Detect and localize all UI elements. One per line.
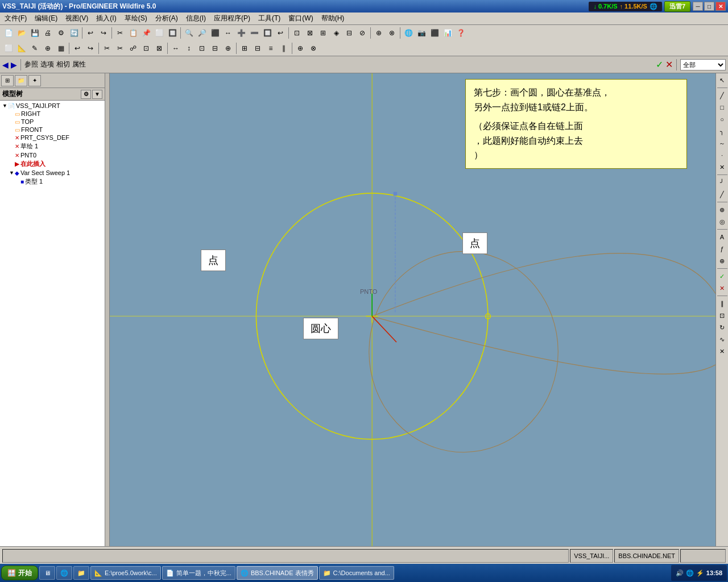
sk-dim5[interactable]: ⊕ <box>222 42 234 55</box>
display-combo[interactable]: 全部 <box>680 59 726 70</box>
tb-globe[interactable]: 🌐 <box>402 27 415 39</box>
sk-btn5[interactable]: ▦ <box>55 42 67 55</box>
cancel-sketch-button[interactable]: ✕ <box>665 59 673 70</box>
menu-file[interactable]: 文件(F) <box>1 13 30 24</box>
tree-settings-button[interactable]: ⚙ <box>81 90 91 99</box>
sk-btn17[interactable]: ⊕ <box>294 42 307 55</box>
maximize-button[interactable]: □ <box>704 2 714 11</box>
rt-select[interactable]: ↖ <box>717 74 728 86</box>
taskbar-app-proe[interactable]: 📐 E:\proe5.0work\c... <box>90 566 161 580</box>
taskbar-app-doc[interactable]: 📄 简单一题，中秋完... <box>162 566 235 580</box>
tray-icon2[interactable]: 🌐 <box>686 569 694 577</box>
rt-param[interactable]: ƒ <box>717 243 728 255</box>
tb-zoom-out[interactable]: ➖ <box>248 27 260 39</box>
rt-fillet[interactable]: ╯ <box>717 177 728 188</box>
tb-print[interactable]: 🖨 <box>42 27 54 39</box>
tb-btn22[interactable]: ⊘ <box>356 27 369 39</box>
tb-btn25[interactable]: ⬛ <box>428 27 441 39</box>
sk-btn11[interactable]: ⊡ <box>140 42 152 55</box>
sk-btn16[interactable]: ∥ <box>278 42 290 55</box>
rt-arc[interactable]: ╮ <box>717 126 728 137</box>
menu-edit[interactable]: 编辑(E) <box>31 13 61 24</box>
sk-btn9[interactable]: ✂ <box>114 42 126 55</box>
rt-line[interactable]: ╱ <box>717 90 728 101</box>
panel-tab-folder[interactable]: 📁 <box>15 75 27 86</box>
tree-item-sweep[interactable]: ▼ ◆ Var Sect Sweep 1 <box>1 169 104 177</box>
close-button[interactable]: ✕ <box>715 2 726 11</box>
tree-item-top[interactable]: ▭ TOP <box>1 118 104 126</box>
tree-item-sketch1[interactable]: ✕ 草绘 1 <box>1 142 104 151</box>
menu-app[interactable]: 应用程序(P) <box>210 13 254 24</box>
tb-btn24[interactable]: ⊗ <box>386 27 398 39</box>
sk-dim3[interactable]: ⊡ <box>196 42 208 55</box>
tb-btn17[interactable]: ⊡ <box>291 27 303 39</box>
tray-icon3[interactable]: ⚡ <box>696 569 704 577</box>
tb-camera[interactable]: 📷 <box>415 27 428 39</box>
sk-btn10[interactable]: ☍ <box>127 42 139 55</box>
tree-item-insert[interactable]: ▶ 在此插入 <box>1 159 104 169</box>
rt-rotate[interactable]: ↻ <box>717 322 728 333</box>
sk-btn18[interactable]: ⊗ <box>307 42 320 55</box>
tree-item-front[interactable]: ▭ FRONT <box>1 126 104 134</box>
menu-insert[interactable]: 插入(I) <box>93 13 119 24</box>
sk-btn3[interactable]: ✎ <box>28 42 41 55</box>
tb-btn16[interactable]: ↩ <box>274 27 287 39</box>
menu-sketch[interactable]: 草绘(S) <box>121 13 151 24</box>
tb-btn12[interactable]: 🔎 <box>196 27 208 39</box>
menu-help[interactable]: 帮助(H) <box>318 13 348 24</box>
rt-text[interactable]: A <box>717 231 728 243</box>
right-arrow-btn[interactable]: ▶ <box>11 60 17 69</box>
tray-icon1[interactable]: 🔊 <box>676 569 684 577</box>
rt-project[interactable]: ◎ <box>717 216 728 227</box>
rt-point[interactable]: · <box>717 149 728 161</box>
sk-btn2[interactable]: 📐 <box>15 42 28 55</box>
rt-cancel[interactable]: ✕ <box>717 282 728 294</box>
tree-item-right[interactable]: ▭ RIGHT <box>1 110 104 118</box>
rt-chamfer[interactable]: ╱ <box>717 189 728 200</box>
rt-rect[interactable]: □ <box>717 102 728 113</box>
tb-zoom-in[interactable]: ➕ <box>235 27 247 39</box>
sk-btn4[interactable]: ⊕ <box>42 42 54 55</box>
taskbar-ie[interactable]: 🌐 <box>56 566 72 580</box>
taskbar-show-desktop[interactable]: 🖥 <box>39 566 55 580</box>
tb-btn23[interactable]: ⊕ <box>373 27 385 39</box>
panel-tab-grid[interactable]: ⊞ <box>1 75 14 86</box>
tb-btn10[interactable]: 🔲 <box>166 27 179 39</box>
menu-window[interactable]: 窗口(W) <box>285 13 316 24</box>
sk-btn7[interactable]: ↪ <box>84 42 97 55</box>
tree-item-pnt0[interactable]: ✕ PNT0 <box>1 151 104 159</box>
minimize-button[interactable]: ─ <box>693 2 703 11</box>
tb-btn26[interactable]: 📊 <box>441 27 454 39</box>
left-resize-bar[interactable] <box>105 73 110 546</box>
rt-del[interactable]: ✕ <box>717 346 728 357</box>
tree-item-type[interactable]: ■ 类型 1 <box>1 177 104 186</box>
sk-btn13[interactable]: ⊞ <box>238 42 251 55</box>
menu-analysis[interactable]: 分析(A) <box>152 13 181 24</box>
panel-tab-star[interactable]: ✦ <box>28 75 41 86</box>
tb-btn5[interactable]: 🔄 <box>68 27 80 39</box>
tb-btn11[interactable]: 🔍 <box>183 27 195 39</box>
tb-redo[interactable]: ↪ <box>97 27 110 39</box>
rt-mirror[interactable]: ∥ <box>717 298 728 309</box>
rt-offset[interactable]: ⊕ <box>717 204 728 215</box>
sk-dim4[interactable]: ⊟ <box>209 42 221 55</box>
menu-view[interactable]: 视图(V) <box>62 13 92 24</box>
sk-btn6[interactable]: ↩ <box>71 42 84 55</box>
tb-btn13[interactable]: ⬛ <box>209 27 221 39</box>
left-arrow-btn[interactable]: ◀ <box>2 60 9 69</box>
rt-spline[interactable]: ～ <box>717 138 728 149</box>
tb-copy[interactable]: 📋 <box>127 27 139 39</box>
tb-open[interactable]: 📂 <box>15 27 28 39</box>
tb-btn15[interactable]: 🔲 <box>261 27 274 39</box>
tb-btn18[interactable]: ⊠ <box>304 27 316 39</box>
start-button[interactable]: 🪟 开始 <box>1 566 38 580</box>
tree-menu-button[interactable]: ▼ <box>92 90 102 99</box>
tree-item-csys[interactable]: ✕ PRT_CSYS_DEF <box>1 134 104 142</box>
menu-info[interactable]: 信息(I) <box>183 13 209 24</box>
taskbar-app-bbs[interactable]: 🌐 BBS.CHINADE 表情秀 <box>237 566 318 580</box>
sk-btn14[interactable]: ⊟ <box>251 42 264 55</box>
rt-coord[interactable]: ✕ <box>717 161 728 173</box>
sk-btn8[interactable]: ✂ <box>101 42 113 55</box>
sk-dim2[interactable]: ↕ <box>183 42 195 55</box>
rt-circle[interactable]: ○ <box>717 114 728 125</box>
